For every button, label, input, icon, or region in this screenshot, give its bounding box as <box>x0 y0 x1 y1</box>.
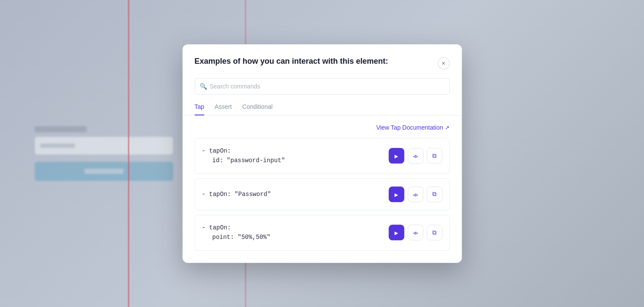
tab-tap[interactable]: Tap <box>194 103 204 115</box>
code-icon-1 <box>413 153 417 160</box>
cmd1-line1: - tapOn: <box>202 147 231 154</box>
code-button-2[interactable] <box>408 186 423 202</box>
doc-link-row: View Tap Documentation ↗ <box>194 124 450 131</box>
code-button-3[interactable] <box>408 225 423 240</box>
tab-assert[interactable]: Assert <box>215 103 232 115</box>
copy-icon-1 <box>432 152 437 160</box>
play-button-2[interactable] <box>388 186 404 202</box>
play-icon-3 <box>395 229 398 236</box>
close-button[interactable]: × <box>437 57 450 69</box>
copy-button-1[interactable] <box>427 148 442 164</box>
command-card-2: - tapOn: "Password" <box>194 178 450 210</box>
copy-icon-2 <box>432 191 437 198</box>
command-list: - tapOn: id: "password-input" <box>194 138 450 251</box>
play-button-3[interactable] <box>388 225 404 240</box>
view-tap-documentation-link[interactable]: View Tap Documentation ↗ <box>376 124 450 131</box>
cmd3-line2: point: "50%,50%" <box>202 232 270 242</box>
search-container: 🔍 <box>194 78 450 95</box>
search-icon: 🔍 <box>200 83 207 90</box>
command-card-3: - tapOn: point: "50%,50%" <box>194 215 450 251</box>
cmd2-line1: - tapOn: "Password" <box>202 191 271 198</box>
command-card-1: - tapOn: id: "password-input" <box>194 138 450 174</box>
command-code-2: - tapOn: "Password" <box>202 189 271 199</box>
modal-dialog: Examples of how you can interact with th… <box>182 44 462 263</box>
play-button-1[interactable] <box>388 148 404 164</box>
tab-conditional[interactable]: Conditional <box>242 103 272 115</box>
command-actions-2 <box>388 186 442 202</box>
command-code-1: - tapOn: id: "password-input" <box>202 146 285 166</box>
modal-title: Examples of how you can interact with th… <box>194 56 388 66</box>
code-icon-3 <box>413 229 417 236</box>
cmd1-line2: id: "password-input" <box>202 156 285 166</box>
search-input[interactable] <box>194 78 450 95</box>
modal-body: View Tap Documentation ↗ - tapOn: id: "p… <box>182 115 462 263</box>
modal-backdrop: Examples of how you can interact with th… <box>0 0 644 307</box>
cmd3-line1: - tapOn: <box>202 224 231 231</box>
copy-icon-3 <box>432 229 437 236</box>
copy-button-3[interactable] <box>427 225 442 240</box>
copy-button-2[interactable] <box>427 186 442 202</box>
doc-link-label: View Tap Documentation <box>376 124 443 131</box>
modal-header: Examples of how you can interact with th… <box>182 44 462 69</box>
external-link-icon: ↗ <box>445 124 450 131</box>
code-icon-2 <box>413 191 417 198</box>
play-icon-2 <box>395 191 398 198</box>
code-button-1[interactable] <box>408 148 423 164</box>
command-actions-1 <box>388 148 442 164</box>
tabs-container: Tap Assert Conditional <box>182 95 462 115</box>
command-actions-3 <box>388 225 442 240</box>
command-code-3: - tapOn: point: "50%,50%" <box>202 223 270 242</box>
play-icon-1 <box>395 153 398 160</box>
